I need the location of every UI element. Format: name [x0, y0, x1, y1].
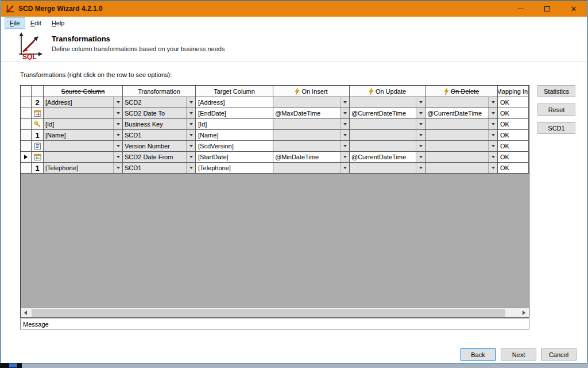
next-button[interactable]: Next: [501, 348, 536, 361]
on-update-dropdown[interactable]: [350, 97, 425, 108]
source-column-dropdown[interactable]: [44, 108, 122, 118]
chevron-down-icon[interactable]: [416, 108, 425, 118]
source-column-dropdown[interactable]: [Name]: [44, 130, 122, 140]
transformation-dropdown[interactable]: SCD1: [123, 163, 195, 173]
target-column-cell[interactable]: [Address]: [196, 97, 273, 108]
row-selector-cell[interactable]: [21, 97, 32, 108]
on-insert-dropdown[interactable]: [273, 130, 349, 140]
menu-edit[interactable]: Edit: [25, 17, 47, 29]
on-delete-dropdown[interactable]: [425, 163, 497, 173]
transformation-dropdown[interactable]: SCD1: [123, 130, 195, 140]
scroll-left-button[interactable]: [21, 308, 30, 317]
scrollbar-thumb[interactable]: [32, 309, 505, 317]
cancel-button[interactable]: Cancel: [541, 348, 577, 361]
on-delete-dropdown[interactable]: [425, 152, 497, 162]
on-insert-dropdown[interactable]: @MaxDateTime: [273, 108, 349, 118]
column-header-source-column[interactable]: Source Column: [44, 86, 123, 97]
chevron-down-icon[interactable]: [416, 141, 425, 151]
on-insert-dropdown[interactable]: [273, 97, 349, 108]
on-update-dropdown[interactable]: @CurrentDateTime: [350, 152, 425, 162]
chevron-down-icon[interactable]: [488, 119, 497, 129]
statistics-button[interactable]: Statistics: [537, 85, 575, 97]
chevron-down-icon[interactable]: [186, 119, 195, 129]
target-column-cell[interactable]: [ScdVersion]: [196, 141, 273, 152]
row-selector-cell[interactable]: [21, 108, 32, 119]
on-update-dropdown[interactable]: [350, 119, 425, 129]
on-delete-dropdown[interactable]: [425, 130, 497, 140]
horizontal-scrollbar[interactable]: [21, 308, 529, 317]
transformation-dropdown[interactable]: SCD2 Date To: [123, 108, 195, 118]
on-update-dropdown[interactable]: @CurrentDateTime: [350, 108, 425, 118]
on-insert-dropdown[interactable]: [273, 141, 349, 151]
column-header-mapping-info[interactable]: Mapping Inf: [498, 86, 529, 97]
chevron-down-icon[interactable]: [416, 130, 425, 140]
chevron-down-icon[interactable]: [186, 141, 195, 151]
on-insert-dropdown[interactable]: [273, 163, 349, 173]
on-delete-dropdown[interactable]: [425, 141, 497, 151]
chevron-down-icon[interactable]: [488, 97, 497, 108]
source-column-dropdown[interactable]: [44, 141, 122, 151]
chevron-down-icon[interactable]: [340, 108, 349, 118]
close-button[interactable]: ✕: [560, 1, 587, 17]
chevron-down-icon[interactable]: [113, 152, 122, 162]
on-delete-dropdown[interactable]: @CurrentDateTime: [425, 108, 497, 118]
chevron-down-icon[interactable]: [488, 163, 497, 173]
table-row[interactable]: 2[Address]SCD2[Address]OK: [21, 97, 529, 108]
chevron-down-icon[interactable]: [416, 163, 425, 173]
chevron-down-icon[interactable]: [416, 119, 425, 129]
back-button[interactable]: Back: [461, 348, 496, 361]
scd1-button[interactable]: SCD1: [537, 122, 575, 134]
table-row[interactable]: SCD2 Date To[EndDate]@MaxDateTime@Curren…: [21, 108, 529, 119]
chevron-down-icon[interactable]: [186, 163, 195, 173]
on-insert-dropdown[interactable]: [273, 119, 349, 129]
chevron-down-icon[interactable]: [113, 141, 122, 151]
on-update-dropdown[interactable]: [350, 163, 425, 173]
chevron-down-icon[interactable]: [488, 108, 497, 118]
chevron-down-icon[interactable]: [340, 152, 349, 162]
scroll-right-button[interactable]: [519, 308, 529, 317]
chevron-down-icon[interactable]: [488, 152, 497, 162]
chevron-down-icon[interactable]: [416, 97, 425, 108]
column-header-on-update[interactable]: On Update: [350, 86, 425, 97]
on-insert-dropdown[interactable]: @MinDateTime: [273, 152, 349, 162]
chevron-down-icon[interactable]: [113, 163, 122, 173]
column-header-row-type-header[interactable]: [32, 86, 44, 97]
chevron-down-icon[interactable]: [113, 108, 122, 118]
column-header-on-delete[interactable]: On Delete: [425, 86, 498, 97]
chevron-down-icon[interactable]: [340, 141, 349, 151]
chevron-down-icon[interactable]: [186, 97, 195, 108]
table-row[interactable]: [Id]Business Key[Id]OK: [21, 119, 529, 130]
on-update-dropdown[interactable]: [350, 130, 425, 140]
table-row[interactable]: 1[Name]SCD1[Name]OK: [21, 130, 529, 141]
menu-file[interactable]: File: [5, 17, 25, 29]
transformation-dropdown[interactable]: Version Number: [123, 141, 195, 151]
target-column-cell[interactable]: [Telephone]: [196, 163, 273, 174]
source-column-dropdown[interactable]: [Address]: [44, 97, 122, 108]
chevron-down-icon[interactable]: [340, 163, 349, 173]
column-header-on-insert[interactable]: On Insert: [273, 86, 350, 97]
row-selector-cell[interactable]: [21, 152, 32, 163]
chevron-down-icon[interactable]: [113, 130, 122, 140]
chevron-down-icon[interactable]: [340, 130, 349, 140]
row-selector-cell[interactable]: [21, 119, 32, 130]
transformation-dropdown[interactable]: Business Key: [123, 119, 195, 129]
chevron-down-icon[interactable]: [113, 119, 122, 129]
message-textbox[interactable]: Message: [20, 319, 529, 329]
column-header-transformation[interactable]: Transformation: [123, 86, 196, 97]
minimize-button[interactable]: [508, 1, 534, 17]
chevron-down-icon[interactable]: [340, 97, 349, 108]
row-selector-cell[interactable]: [21, 163, 32, 174]
transformation-dropdown[interactable]: SCD2 Date From: [123, 152, 195, 162]
on-delete-dropdown[interactable]: [425, 119, 497, 129]
row-selector-cell[interactable]: [21, 130, 32, 141]
source-column-dropdown[interactable]: [44, 152, 122, 162]
chevron-down-icon[interactable]: [186, 130, 195, 140]
transformations-grid[interactable]: Source ColumnTransformationTarget Column…: [20, 85, 529, 318]
chevron-down-icon[interactable]: [488, 130, 497, 140]
target-column-cell[interactable]: [EndDate]: [196, 108, 273, 119]
transformation-dropdown[interactable]: SCD2: [123, 97, 195, 108]
chevron-down-icon[interactable]: [186, 108, 195, 118]
menu-help[interactable]: Help: [47, 17, 70, 29]
source-column-dropdown[interactable]: [Telephone]: [44, 163, 122, 173]
on-update-dropdown[interactable]: [350, 141, 425, 151]
